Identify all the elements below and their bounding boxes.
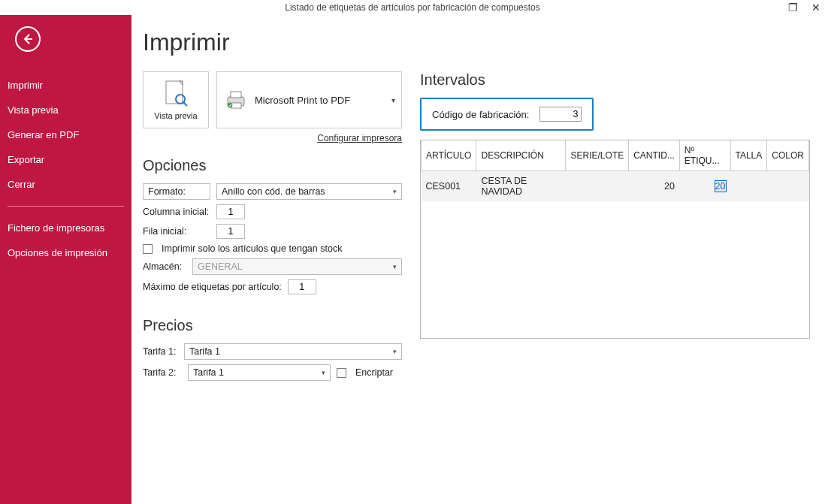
- window-close-icon[interactable]: ✕: [811, 2, 820, 13]
- cell-n-etiquetas[interactable]: 20: [679, 171, 730, 202]
- columna-inicial-label: Columna inicial:: [143, 207, 210, 217]
- max-etiquetas-input[interactable]: [288, 279, 316, 294]
- cell-color[interactable]: [767, 171, 809, 202]
- col-descripcion[interactable]: DESCRIPCIÓN: [476, 140, 566, 171]
- back-button[interactable]: [15, 26, 41, 52]
- options-heading: Opciones: [143, 157, 402, 174]
- sidebar-item-vista-previa[interactable]: Vista previa: [0, 98, 131, 122]
- columna-inicial-input[interactable]: [216, 204, 245, 219]
- codigo-fabricacion-box: Código de fabricación:: [420, 98, 594, 131]
- sidebar-item-imprimir[interactable]: Imprimir: [0, 73, 131, 98]
- sidebar-item-cerrar[interactable]: Cerrar: [0, 172, 131, 197]
- chevron-down-icon: ▾: [393, 188, 397, 195]
- cell-cantidad[interactable]: 20: [629, 171, 680, 202]
- col-n-etiquetas[interactable]: Nº ETIQU...: [679, 140, 730, 171]
- prices-heading: Precios: [143, 317, 402, 334]
- cell-talla[interactable]: [730, 171, 767, 202]
- intervalos-grid[interactable]: ARTÍCULO DESCRIPCIÓN SERIE/LOTE CANTID..…: [420, 140, 810, 339]
- sidebar-divider: [8, 206, 124, 207]
- max-etiquetas-label: Máximo de etiquetas por artículo:: [143, 282, 282, 292]
- stock-checkbox-label: Imprimir solo los artículos que tengan s…: [162, 243, 342, 254]
- col-serie-lote[interactable]: SERIE/LOTE: [566, 140, 629, 171]
- configure-printer-link[interactable]: Configurar impresora: [143, 133, 402, 143]
- cell-serie[interactable]: [566, 171, 629, 202]
- svg-rect-3: [231, 92, 241, 98]
- window-controls: ❐ ✕: [788, 0, 820, 15]
- vista-previa-label: Vista previa: [154, 111, 197, 120]
- cell-articulo[interactable]: CES001: [422, 171, 476, 202]
- printer-select[interactable]: Microsoft Print to PDF ▾: [216, 71, 402, 128]
- window-title: Listado de etiquetas de artículos por fa…: [285, 2, 540, 13]
- fila-inicial-label: Fila inicial:: [143, 226, 210, 237]
- col-talla[interactable]: TALLA: [730, 140, 767, 171]
- tarifa1-label: Tarifa 1:: [143, 346, 178, 357]
- sidebar-item-opciones-impresion[interactable]: Opciones de impresión: [0, 240, 131, 265]
- arrow-left-icon: [22, 33, 34, 45]
- table-row[interactable]: CES001 CESTA DE NAVIDAD 20 20: [422, 171, 809, 202]
- tarifa2-select[interactable]: Tarifa 1 ▾: [188, 364, 331, 381]
- printer-icon: [225, 89, 247, 110]
- chevron-down-icon: ▾: [322, 369, 325, 376]
- page-title: Imprimir: [143, 29, 810, 56]
- tarifa1-select[interactable]: Tarifa 1 ▾: [184, 343, 402, 360]
- sidebar-item-fichero-impresoras[interactable]: Fichero de impresoras: [0, 216, 131, 240]
- stock-checkbox[interactable]: [143, 244, 153, 254]
- chevron-down-icon: ▾: [391, 96, 395, 104]
- content-area: Imprimir Vista previa: [143, 29, 810, 496]
- chevron-down-icon: ▾: [393, 348, 397, 355]
- vista-previa-button[interactable]: Vista previa: [143, 71, 209, 128]
- formato-select[interactable]: Anillo con cód. de barras ▾: [216, 183, 402, 200]
- col-color[interactable]: COLOR: [767, 140, 809, 171]
- printer-name: Microsoft Print to PDF: [255, 95, 350, 106]
- encriptar-checkbox[interactable]: [337, 368, 346, 378]
- sidebar: Imprimir Vista previa Generar en PDF Exp…: [0, 15, 131, 504]
- left-column: Vista previa Microsoft Print to PDF ▾: [143, 71, 402, 385]
- col-cantidad[interactable]: CANTID...: [629, 140, 680, 171]
- fila-inicial-input[interactable]: [216, 224, 245, 239]
- title-bar: Listado de etiquetas de artículos por fa…: [0, 0, 825, 15]
- tarifa2-label: Tarifa 2:: [143, 367, 182, 378]
- svg-rect-0: [166, 81, 183, 104]
- window-restore-icon[interactable]: ❐: [788, 2, 798, 13]
- document-preview-icon: [164, 80, 188, 108]
- sidebar-item-exportar[interactable]: Exportar: [0, 147, 131, 172]
- formato-label-box: Formato:: [143, 183, 210, 200]
- encriptar-label: Encriptar: [355, 367, 393, 378]
- chevron-down-icon: ▾: [393, 263, 397, 270]
- intervalos-heading: Intervalos: [420, 71, 810, 89]
- almacen-select: GENERAL ▾: [192, 258, 402, 275]
- codigo-fabricacion-label: Código de fabricación:: [432, 109, 529, 120]
- sidebar-item-generar-pdf[interactable]: Generar en PDF: [0, 122, 131, 147]
- right-column: Intervalos Código de fabricación: ARTÍCU…: [420, 71, 810, 339]
- cell-descripcion[interactable]: CESTA DE NAVIDAD: [476, 171, 566, 202]
- almacen-label: Almacén:: [143, 261, 186, 272]
- col-articulo[interactable]: ARTÍCULO: [422, 140, 476, 171]
- codigo-fabricacion-input[interactable]: [539, 107, 582, 122]
